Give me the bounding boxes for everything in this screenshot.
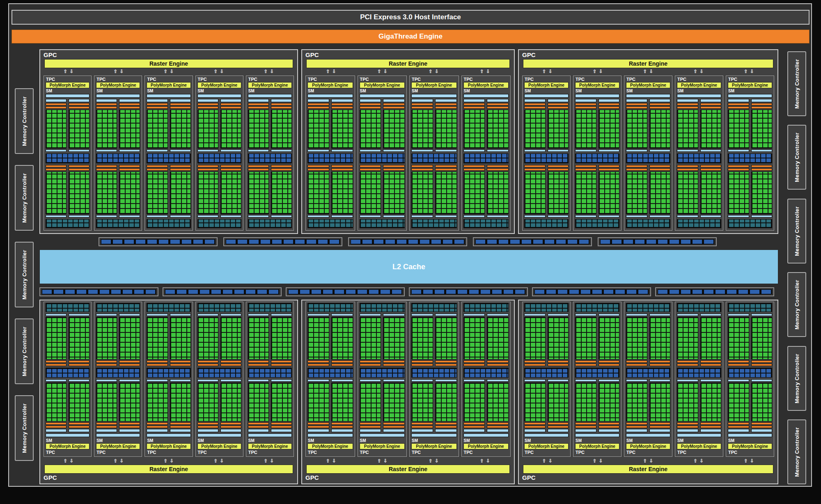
sm-partition-row (575, 99, 619, 152)
down-arrow-icon: ⇩ (486, 68, 490, 75)
texture-units-band (147, 303, 190, 312)
dispatch-unit-bar (96, 422, 117, 425)
tpc-label: TPC (45, 449, 90, 455)
up-arrow-icon: ⇧ (480, 68, 484, 75)
cuda-core-grid (435, 172, 457, 215)
register-file-bar (383, 215, 405, 218)
dispatch-unit-bar (677, 422, 698, 425)
memory-crossbar-group (99, 237, 218, 246)
sm-partition (307, 314, 329, 367)
dispatch-unit-bar (524, 103, 546, 105)
cuda-core-grid (383, 110, 405, 149)
memory-crossbar-group (39, 287, 158, 296)
arrow-pair: ⇧⇩ (623, 458, 674, 465)
sm-partition-row (411, 380, 457, 433)
dispatch-unit-bar (331, 426, 353, 428)
dispatch-unit-bar (700, 103, 722, 105)
texture-units-band (307, 219, 353, 228)
up-arrow-icon: ⇧ (113, 458, 117, 465)
dispatch-unit-bar (96, 106, 117, 109)
warp-scheduler-bar (626, 99, 647, 102)
cuda-core-grid (524, 383, 546, 422)
dispatch-unit-bar (69, 103, 89, 105)
polymorph-engine: PolyMorph Engine (411, 82, 457, 88)
down-arrow-icon: ⇩ (70, 68, 74, 75)
cuda-core-grid (69, 172, 89, 215)
sm-partition (119, 99, 140, 152)
crossbar-segments (411, 289, 525, 294)
tpc-block: SMPolyMorph EngineTPC (675, 302, 723, 457)
sm-internals (147, 94, 190, 228)
dispatch-unit-bar (463, 364, 485, 367)
dispatch-unit-bar (649, 426, 671, 428)
register-file-bar (170, 380, 191, 382)
warp-scheduler-bar (700, 429, 722, 432)
memory-controller-label: Memory Controller (21, 96, 28, 146)
dispatch-unit-bar (147, 364, 167, 367)
dispatch-unit-bar (119, 361, 140, 363)
dispatch-unit-bar (463, 103, 485, 105)
sm-partition (487, 380, 509, 433)
tpc-block: TPCPolyMorph EngineSM (358, 76, 407, 231)
dispatch-unit-bar (307, 165, 329, 167)
sm-partition-row (411, 99, 457, 152)
register-file-bar (383, 149, 405, 152)
sm-partition (96, 99, 117, 152)
dispatch-unit-bar (728, 361, 749, 363)
warp-scheduler-bar (383, 99, 405, 102)
up-arrow-icon: ⇧ (693, 458, 697, 465)
dispatch-unit-bar (677, 103, 698, 105)
texture-units-band (411, 219, 457, 228)
cuda-core-grid (524, 110, 546, 149)
texture-units-band (46, 219, 89, 228)
dispatch-unit-bar (575, 103, 596, 105)
down-arrow-icon: ⇩ (270, 68, 274, 75)
dispatch-unit-bar (575, 361, 596, 363)
cuda-core-grid (383, 317, 405, 360)
dispatch-unit-bar (271, 165, 292, 167)
arrow-pair: ⇧⇩ (94, 458, 144, 465)
dispatch-unit-bar (649, 106, 671, 109)
tpc-label: TPC (524, 449, 569, 455)
sm-label: SM (96, 438, 140, 443)
dispatch-unit-bar (170, 168, 191, 171)
warp-scheduler-bar (700, 99, 722, 102)
sm-label: SM (248, 438, 292, 443)
sm-partition (435, 380, 457, 433)
cuda-core-grid (524, 317, 546, 360)
polymorph-engine: PolyMorph Engine (147, 82, 190, 88)
warp-scheduler-bar (119, 429, 140, 432)
dispatch-unit-bar (751, 361, 773, 363)
gpc-top-right: GPCRaster Engine⇧⇩⇧⇩⇧⇩⇧⇩⇧⇩TPCPolyMorph E… (518, 49, 778, 234)
register-file-bar (649, 215, 671, 218)
sm-partition-row (360, 380, 405, 433)
dispatch-unit-bar (197, 106, 218, 109)
register-file-bar (728, 380, 749, 382)
dispatch-unit-bar (331, 168, 353, 171)
register-file-bar (435, 380, 457, 382)
dispatch-unit-bar (360, 103, 381, 105)
dispatch-unit-bar (248, 103, 269, 105)
texture-units-band (248, 303, 292, 312)
sm-partition (248, 99, 269, 152)
register-file-bar (411, 380, 433, 382)
dispatch-unit-bar (435, 361, 457, 363)
arrow-pair: ⇧⇩ (522, 458, 573, 465)
sm-partition (626, 99, 647, 152)
register-file-bar (575, 380, 596, 382)
tpc-block: TPCPolyMorph EngineSM (573, 76, 621, 231)
arrow-pair: ⇧⇩ (573, 68, 623, 75)
dispatch-unit-bar (751, 364, 773, 367)
tpc-row: TPCPolyMorph EngineSMTPCPolyMorph Engine… (522, 76, 774, 231)
memory-crossbar-group (348, 237, 467, 246)
memory-controller: Memory Controller (787, 125, 806, 190)
down-arrow-icon: ⇩ (332, 458, 336, 465)
register-file-bar (548, 149, 569, 152)
register-file-bar (69, 380, 89, 382)
register-file-bar (677, 380, 698, 382)
polymorph-engine: PolyMorph Engine (307, 82, 353, 88)
arrow-pair: ⇧⇩ (357, 458, 408, 465)
dispatch-unit-bar (649, 422, 671, 425)
sm-partition (677, 380, 698, 433)
shared-memory-band (626, 153, 670, 163)
